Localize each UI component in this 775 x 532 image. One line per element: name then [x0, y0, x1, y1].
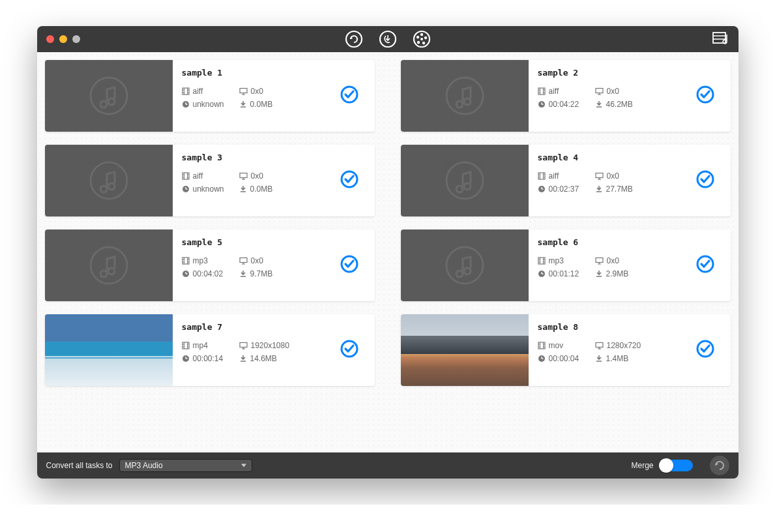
file-name: sample 7 [182, 322, 366, 332]
svg-rect-109 [240, 343, 247, 347]
file-size: 1.4MB [595, 354, 667, 363]
duration-icon [538, 270, 546, 278]
audio-thumbnail-icon [45, 60, 173, 132]
close-button[interactable] [46, 35, 54, 43]
file-card[interactable]: sample 8mov1280x72000:00:041.4MB [401, 314, 731, 386]
file-name: sample 8 [538, 322, 722, 332]
file-meta: aiff0x000:02:3727.7MB [538, 171, 722, 194]
svg-rect-58 [538, 173, 545, 179]
file-name: sample 3 [182, 153, 366, 162]
select-check-icon[interactable] [695, 85, 715, 107]
svg-rect-80 [240, 258, 247, 263]
file-card[interactable]: sample 1aiff0x0unknown0.0MB [45, 60, 375, 132]
minimize-button[interactable] [59, 35, 67, 43]
file-meta: mp41920x108000:00:1414.6MB [182, 341, 366, 363]
convert-all-label: Convert all tasks to [46, 461, 113, 470]
resolution-icon [595, 87, 604, 95]
file-card[interactable]: sample 3aiff0x0unknown0.0MB [45, 145, 375, 216]
merge-toggle[interactable] [660, 460, 693, 471]
audio-thumbnail-icon [401, 145, 529, 216]
resolution-icon [595, 257, 604, 265]
file-size: 14.6MB [239, 354, 311, 363]
svg-rect-35 [596, 89, 603, 93]
file-meta: mov1280x72000:00:041.4MB [538, 341, 722, 363]
resolution-icon [239, 257, 248, 265]
svg-point-4 [420, 33, 422, 36]
file-card[interactable]: sample 6mp30x000:01:122.9MB [401, 229, 731, 301]
file-name: sample 6 [538, 237, 722, 247]
file-duration: 00:02:37 [538, 185, 595, 194]
file-info: sample 4aiff0x000:02:3727.7MB [529, 145, 731, 216]
app-window: sample 1aiff0x0unknown0.0MBsample 2aiff0… [37, 26, 738, 479]
select-check-icon[interactable] [340, 339, 359, 361]
format-icon [182, 257, 190, 265]
filesize-icon [595, 270, 603, 278]
file-card[interactable]: sample 2aiff0x000:04:2246.2MB [401, 60, 731, 132]
select-check-icon[interactable] [340, 170, 359, 192]
select-check-icon[interactable] [340, 254, 359, 276]
select-check-icon[interactable] [695, 170, 715, 192]
svg-point-5 [424, 37, 426, 39]
filesize-icon [595, 100, 603, 108]
file-resolution: 0x0 [595, 87, 667, 96]
zoom-button[interactable] [72, 35, 80, 43]
svg-point-12 [91, 78, 127, 114]
start-convert-button[interactable] [710, 456, 729, 475]
file-size: 9.7MB [239, 269, 311, 278]
file-card[interactable]: sample 4aiff0x000:02:3727.7MB [401, 145, 731, 216]
file-format: mp3 [538, 256, 595, 265]
footer-bar: Convert all tasks to MP3 Audio Merge [37, 452, 738, 479]
file-duration: 00:00:14 [182, 354, 239, 363]
svg-point-3 [420, 38, 423, 40]
file-name: sample 5 [182, 237, 366, 247]
svg-point-8 [416, 36, 418, 38]
output-format-select[interactable]: MP3 Audio [119, 459, 252, 472]
resolution-icon [239, 87, 248, 95]
svg-rect-73 [183, 258, 189, 264]
file-size: 2.9MB [595, 269, 667, 278]
svg-rect-50 [240, 173, 247, 178]
file-info: sample 8mov1280x72000:00:041.4MB [529, 314, 731, 386]
mode-tabs [344, 29, 431, 49]
file-resolution: 0x0 [239, 171, 311, 181]
file-size: 27.7MB [595, 185, 667, 194]
movie-tab-icon[interactable] [412, 29, 431, 49]
filesize-icon [239, 270, 247, 278]
select-check-icon[interactable] [340, 85, 359, 107]
svg-rect-116 [538, 342, 545, 349]
resolution-icon [595, 342, 604, 349]
convert-tab-icon[interactable] [344, 29, 364, 49]
duration-icon [182, 270, 190, 278]
format-icon [182, 87, 190, 95]
library-icon[interactable] [712, 31, 729, 48]
file-resolution: 0x0 [239, 256, 311, 265]
svg-rect-95 [596, 258, 603, 263]
svg-point-87 [446, 247, 483, 284]
resolution-icon [239, 172, 248, 180]
file-format: aiff [182, 87, 239, 96]
audio-thumbnail-icon [45, 229, 173, 301]
download-tab-icon[interactable] [378, 29, 398, 49]
select-check-icon[interactable] [695, 254, 715, 276]
file-info: sample 5mp30x000:04:029.7MB [173, 229, 375, 301]
svg-point-0 [346, 31, 362, 47]
merge-label: Merge [631, 461, 653, 470]
format-icon [182, 342, 190, 349]
file-card[interactable]: sample 7mp41920x108000:00:1414.6MB [45, 314, 375, 386]
video-thumbnail [401, 314, 529, 386]
duration-icon [538, 100, 546, 108]
audio-thumbnail-icon [401, 60, 529, 132]
file-format: aiff [538, 171, 595, 181]
duration-icon [182, 100, 190, 108]
file-duration: 00:04:22 [538, 100, 595, 109]
traffic-lights [37, 35, 80, 43]
svg-point-27 [446, 78, 483, 114]
svg-rect-28 [538, 88, 545, 95]
file-meta: aiff0x0unknown0.0MB [182, 171, 366, 194]
filesize-icon [239, 185, 247, 193]
svg-rect-9 [713, 33, 725, 43]
select-check-icon[interactable] [695, 339, 715, 361]
file-format: aiff [182, 171, 239, 181]
file-card[interactable]: sample 5mp30x000:04:029.7MB [45, 229, 375, 301]
file-resolution: 1920x1080 [239, 341, 311, 350]
